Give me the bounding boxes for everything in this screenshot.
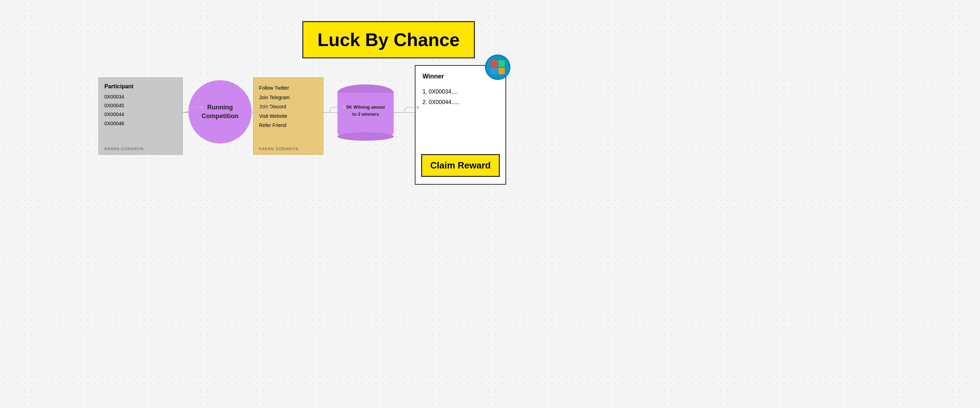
grid-icon-circle — [485, 54, 511, 80]
task-refer-friend: Refer Friend — [259, 121, 317, 130]
svg-marker-8 — [417, 105, 420, 109]
task-join-telegram: Join Telegram — [259, 93, 317, 102]
grid-cell-green — [498, 60, 505, 67]
svg-marker-5 — [201, 105, 203, 109]
svg-marker-6 — [269, 105, 272, 109]
address-2: 0X00045 — [104, 101, 177, 110]
address-1: 0X00034 — [104, 92, 177, 101]
competition-text: RunningCompetition — [202, 103, 239, 121]
grid-cell-orange — [498, 68, 505, 75]
address-4: 0X00046 — [104, 119, 177, 128]
address-3: 0X00044 — [104, 110, 177, 119]
claim-reward-button[interactable]: Claim Reward — [421, 154, 500, 177]
grid-inner — [491, 60, 505, 74]
database-text: 5K Wlining amout to 2 winners — [337, 104, 394, 118]
grid-cell-blue — [491, 68, 497, 75]
tasks-author: KARAN GORANIYA — [259, 147, 298, 151]
participant-label: Participant — [104, 83, 177, 90]
title-box: Luck By Chance — [302, 21, 475, 58]
grid-cell-red — [491, 60, 497, 67]
database-cylinder: 5K Wlining amout to 2 winners — [337, 84, 394, 141]
participant-addresses: 0X00034 0X00045 0X00044 0X00046 — [104, 92, 177, 128]
winner-card: Winner 1. 0X00034.... 2. 0X00044..... Cl… — [415, 65, 506, 185]
task-follow-twitter: Follow Twitter — [259, 83, 317, 93]
title-text: Luck By Chance — [317, 30, 460, 50]
winner-item-2: 2. 0X00044..... — [423, 99, 498, 105]
cylinder-bottom — [337, 132, 394, 141]
winner-item-1: 1. 0X00034.... — [423, 89, 498, 95]
participant-card: Participant 0X00034 0X00045 0X00044 0X00… — [99, 77, 183, 155]
participant-author: KARAN GORANIYA — [104, 147, 144, 151]
